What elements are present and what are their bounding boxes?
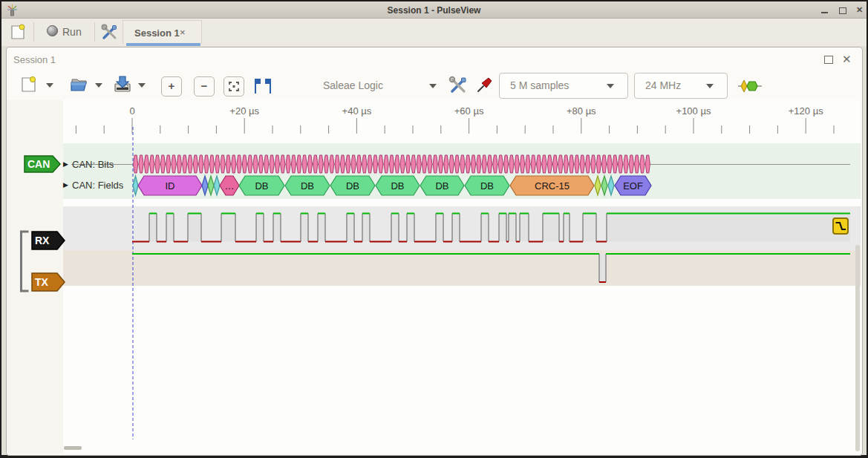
svg-text:DB: DB <box>480 180 494 192</box>
svg-text:ID: ID <box>166 180 175 192</box>
svg-text:DB: DB <box>301 180 314 192</box>
svg-text:CAN: CAN <box>27 158 50 170</box>
field-annotations: ID…DBDBDBDBDBDBCRC-15EOF <box>133 176 651 195</box>
svg-text:DB: DB <box>435 180 448 192</box>
svg-text:DB: DB <box>255 180 268 192</box>
decoder-row-bits-label[interactable]: CAN: Bits <box>72 159 114 170</box>
rx-waveform <box>132 214 850 242</box>
svg-text:+80 µs: +80 µs <box>567 105 596 117</box>
channel-group-bracket <box>22 232 29 291</box>
svg-text:+20 µs: +20 µs <box>229 105 259 117</box>
svg-text:+100 µs: +100 µs <box>676 105 711 117</box>
svg-text:TX: TX <box>35 276 49 288</box>
svg-text:RX: RX <box>35 235 50 246</box>
svg-text:+60 µs: +60 µs <box>454 105 484 117</box>
expander-icon[interactable]: ▶ <box>63 160 68 168</box>
svg-text:DB: DB <box>346 180 359 192</box>
channel-tags[interactable]: CANRXTX <box>25 156 65 291</box>
svg-text:+120 µs: +120 µs <box>789 105 823 117</box>
horizontal-scrollbar-thumb[interactable] <box>64 446 82 450</box>
svg-text:EOF: EOF <box>623 180 643 192</box>
trigger-marker-icon[interactable] <box>832 217 849 235</box>
trace-overlay: 0+20 µs+40 µs+60 µs+80 µs+100 µs+120 µs … <box>0 0 868 458</box>
vertical-scrollbar-thumb[interactable] <box>855 245 860 451</box>
bit-annotations <box>134 155 650 173</box>
svg-text:+40 µs: +40 µs <box>342 105 372 117</box>
app-window: Session 1 - PulseView ✕ Run <box>0 0 868 458</box>
svg-text:0: 0 <box>129 105 134 117</box>
tx-waveform <box>132 254 850 282</box>
svg-text:…: … <box>225 180 235 192</box>
svg-text:CRC-15: CRC-15 <box>535 180 570 192</box>
ruler-ticks: 0+20 µs+40 µs+60 µs+80 µs+100 µs+120 µs <box>76 105 834 134</box>
svg-text:DB: DB <box>391 180 404 192</box>
decoder-row-fields-label[interactable]: CAN: Fields <box>72 180 123 191</box>
expander-icon[interactable]: ▶ <box>63 181 68 189</box>
